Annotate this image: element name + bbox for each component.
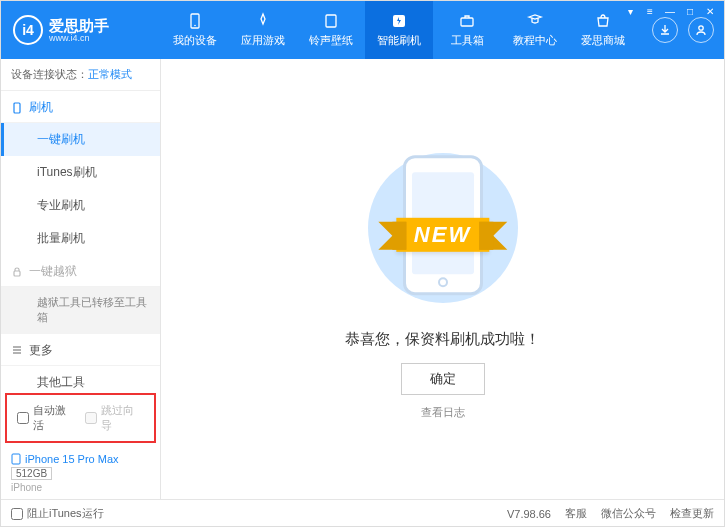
svg-point-1 xyxy=(194,25,196,27)
auto-activate-checkbox[interactable]: 自动激活 xyxy=(17,403,77,433)
lock-icon xyxy=(11,266,23,278)
header-actions xyxy=(642,17,724,43)
svg-point-5 xyxy=(699,26,703,30)
user-button[interactable] xyxy=(688,17,714,43)
window-controls: ▾ ≡ — □ ✕ xyxy=(621,4,719,18)
main-content: NEW 恭喜您，保资料刷机成功啦！ 确定 查看日志 xyxy=(161,59,724,499)
flash-icon xyxy=(390,12,408,30)
svg-rect-8 xyxy=(12,454,20,464)
app-header: ▾ ≡ — □ ✕ i4 爱思助手 www.i4.cn 我的设备 应用游戏 铃声… xyxy=(1,1,724,59)
nav-label: 铃声壁纸 xyxy=(309,33,353,48)
flash-section-icon xyxy=(11,102,23,114)
logo-icon: i4 xyxy=(13,15,43,45)
skip-guide-checkbox[interactable]: 跳过向导 xyxy=(85,403,145,433)
app-url: www.i4.cn xyxy=(49,33,109,43)
sidebar-item-itunes[interactable]: iTunes刷机 xyxy=(1,156,160,189)
connection-status: 设备连接状态：正常模式 xyxy=(1,59,160,91)
sidebar-jailbreak-note: 越狱工具已转移至工具箱 xyxy=(1,287,160,334)
nav-tutorial[interactable]: 教程中心 xyxy=(501,1,569,59)
sidebar-item-batch[interactable]: 批量刷机 xyxy=(1,222,160,255)
sidebar-item-oneclick[interactable]: 一键刷机 xyxy=(1,123,160,156)
maximize-button[interactable]: □ xyxy=(681,4,699,18)
menu-button[interactable]: ▾ xyxy=(621,4,639,18)
device-name-text: iPhone 15 Pro Max xyxy=(25,453,119,465)
nav-my-device[interactable]: 我的设备 xyxy=(161,1,229,59)
sidebar-item-othertools[interactable]: 其他工具 xyxy=(1,366,160,389)
svg-rect-7 xyxy=(14,271,20,276)
ringtone-icon xyxy=(322,12,340,30)
nav-apps[interactable]: 应用游戏 xyxy=(229,1,297,59)
settings-button[interactable]: ≡ xyxy=(641,4,659,18)
nav-label: 智能刷机 xyxy=(377,33,421,48)
nav-label: 应用游戏 xyxy=(241,33,285,48)
device-info[interactable]: iPhone 15 Pro Max 512GB iPhone xyxy=(1,447,160,499)
svg-rect-4 xyxy=(461,18,473,26)
section-more[interactable]: 更多 xyxy=(1,334,160,366)
nav-ringtone[interactable]: 铃声壁纸 xyxy=(297,1,365,59)
shop-icon xyxy=(594,12,612,30)
svg-rect-2 xyxy=(326,15,336,27)
section-jailbreak: 一键越狱 xyxy=(1,255,160,287)
nav-flash[interactable]: 智能刷机 xyxy=(365,1,433,59)
success-message: 恭喜您，保资料刷机成功啦！ xyxy=(345,330,540,349)
block-itunes-checkbox[interactable]: 阻止iTunes运行 xyxy=(11,506,104,521)
version-label: V7.98.66 xyxy=(507,508,551,520)
view-log-link[interactable]: 查看日志 xyxy=(421,405,465,420)
top-nav: 我的设备 应用游戏 铃声壁纸 智能刷机 工具箱 教程中心 爱思商城 xyxy=(161,1,642,59)
apps-icon xyxy=(254,12,272,30)
success-illustration: NEW xyxy=(353,138,533,318)
nav-label: 教程中心 xyxy=(513,33,557,48)
new-ribbon: NEW xyxy=(396,218,489,252)
device-icon xyxy=(186,12,204,30)
confirm-button[interactable]: 确定 xyxy=(401,363,485,395)
footer: 阻止iTunes运行 V7.98.66 客服 微信公众号 检查更新 xyxy=(1,499,724,527)
options-box: 自动激活 跳过向导 xyxy=(5,393,156,443)
phone-icon xyxy=(11,453,21,465)
logo: i4 爱思助手 www.i4.cn xyxy=(1,15,161,45)
device-storage: 512GB xyxy=(11,467,52,480)
app-name: 爱思助手 xyxy=(49,18,109,33)
section-flash[interactable]: 刷机 xyxy=(1,91,160,123)
svg-rect-6 xyxy=(14,103,20,113)
tutorial-icon xyxy=(526,12,544,30)
minimize-button[interactable]: — xyxy=(661,4,679,18)
more-icon xyxy=(11,344,23,356)
sidebar-item-pro[interactable]: 专业刷机 xyxy=(1,189,160,222)
nav-label: 工具箱 xyxy=(451,33,484,48)
footer-wechat[interactable]: 微信公众号 xyxy=(601,506,656,521)
nav-label: 爱思商城 xyxy=(581,33,625,48)
sidebar: 设备连接状态：正常模式 刷机 一键刷机 iTunes刷机 专业刷机 批量刷机 一… xyxy=(1,59,161,499)
device-type: iPhone xyxy=(11,482,150,493)
nav-label: 我的设备 xyxy=(173,33,217,48)
close-button[interactable]: ✕ xyxy=(701,4,719,18)
download-button[interactable] xyxy=(652,17,678,43)
nav-toolbox[interactable]: 工具箱 xyxy=(433,1,501,59)
footer-update[interactable]: 检查更新 xyxy=(670,506,714,521)
toolbox-icon xyxy=(458,12,476,30)
footer-support[interactable]: 客服 xyxy=(565,506,587,521)
